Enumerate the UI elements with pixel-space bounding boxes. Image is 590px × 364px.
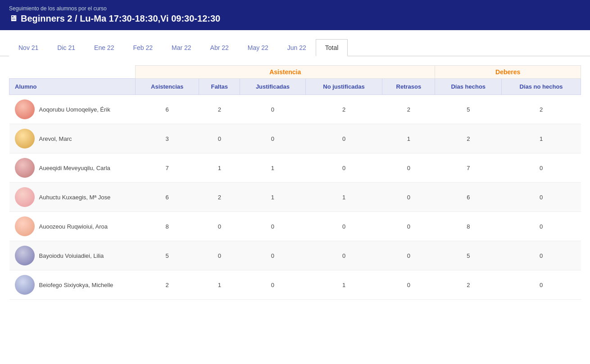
col-justificadas: Justificadas [240, 79, 306, 95]
cell-asistencias: 8 [136, 212, 199, 241]
cell-no-justificadas: 1 [305, 270, 382, 300]
cell-dias-hechos: 7 [435, 153, 502, 183]
student-name: Aueeqidi Meveyuqilu, Carla [39, 165, 110, 171]
tab-ene-22[interactable]: Ene 22 [85, 39, 123, 56]
col-dias-hechos: Días hechos [435, 79, 502, 95]
monitor-icon: 🖥 [9, 14, 17, 23]
cell-retrasos: 0 [382, 241, 435, 270]
alumno-cell: Auoozeou Ruqwioiui, Aroa [9, 212, 136, 241]
group-empty-cell [9, 66, 136, 79]
cell-faltas: 0 [199, 212, 240, 241]
cell-no-justificadas: 2 [305, 95, 382, 124]
col-dias-no-hechos: Días no hechos [502, 79, 581, 95]
cell-dias-no_hechos: 0 [502, 153, 581, 183]
table-row: Aueeqidi Meveyuqilu, Carla7110070 [9, 153, 581, 183]
cell-retrasos: 0 [382, 183, 435, 212]
cell-dias-hechos: 5 [435, 241, 502, 270]
cell-faltas: 1 [199, 270, 240, 300]
group-deberes-header: Deberes [435, 66, 581, 79]
avatar [15, 129, 35, 148]
cell-justificadas: 0 [240, 270, 306, 300]
cell-retrasos: 0 [382, 212, 435, 241]
cell-justificadas: 1 [240, 183, 306, 212]
cell-dias-no_hechos: 2 [502, 95, 581, 124]
tab-abr-22[interactable]: Abr 22 [201, 39, 238, 56]
cell-dias-hechos: 2 [435, 124, 502, 153]
table-row: Bayoiodu Voiuiadiei, Lilia5000050 [9, 241, 581, 270]
cell-no-justificadas: 1 [305, 183, 382, 212]
cell-dias-hechos: 5 [435, 95, 502, 124]
tab-jun-22[interactable]: Jun 22 [278, 39, 316, 56]
cell-asistencias: 7 [136, 153, 199, 183]
cell-retrasos: 2 [382, 95, 435, 124]
group-header-row: Asistencia Deberes [9, 66, 581, 79]
avatar [15, 99, 35, 119]
cell-dias-no_hechos: 1 [502, 124, 581, 153]
tab-mar-22[interactable]: Mar 22 [162, 39, 201, 56]
alumno-cell: Bayoiodu Voiuiadiei, Lilia [9, 241, 136, 270]
col-header-row: Alumno Asistencias Faltas Justificadas N… [9, 79, 581, 95]
cell-justificadas: 0 [240, 95, 306, 124]
avatar [15, 275, 35, 295]
cell-dias-hechos: 8 [435, 212, 502, 241]
student-name: Bayoiodu Voiuiadiei, Lilia [39, 252, 104, 259]
table-row: Auoozeou Ruqwioiui, Aroa8000080 [9, 212, 581, 241]
table-row: Auhuctu Kuxaegis, Mª Jose6211060 [9, 183, 581, 212]
avatar [15, 216, 35, 236]
alumno-cell: Arevol, Marc [9, 124, 136, 153]
cell-faltas: 0 [199, 124, 240, 153]
cell-faltas: 2 [199, 183, 240, 212]
alumno-cell: Aoqorubu Uomoqeliye, Érik [9, 95, 136, 124]
avatar [15, 187, 35, 207]
group-asistencia-header: Asistencia [136, 66, 435, 79]
table-row: Aoqorubu Uomoqeliye, Érik6202252 [9, 95, 581, 124]
cell-retrasos: 1 [382, 124, 435, 153]
cell-no-justificadas: 0 [305, 212, 382, 241]
tab-feb-22[interactable]: Feb 22 [123, 39, 162, 56]
col-no-justificadas: No justificadas [305, 79, 382, 95]
cell-no-justificadas: 0 [305, 124, 382, 153]
cell-retrasos: 0 [382, 270, 435, 300]
student-name: Auhuctu Kuxaegis, Mª Jose [39, 194, 111, 201]
col-retrasos: Retrasos [382, 79, 435, 95]
tab-may-22[interactable]: May 22 [238, 39, 278, 56]
cell-asistencias: 5 [136, 241, 199, 270]
cell-dias-no_hechos: 0 [502, 183, 581, 212]
cell-justificadas: 0 [240, 212, 306, 241]
cell-asistencias: 2 [136, 270, 199, 300]
col-alumno: Alumno [9, 79, 136, 95]
student-name: Auoozeou Ruqwioiui, Aroa [39, 223, 108, 230]
header-title: 🖥 Beginners 2 / Lu-Ma 17:30-18:30,Vi 09:… [9, 13, 581, 24]
tab-nov-21[interactable]: Nov 21 [9, 39, 48, 56]
student-name: Beiofego Sixiyokya, Michelle [39, 282, 113, 288]
cell-asistencias: 3 [136, 124, 199, 153]
table-row: Arevol, Marc3000121 [9, 124, 581, 153]
alumno-cell: Auhuctu Kuxaegis, Mª Jose [9, 183, 136, 212]
table-row: Beiofego Sixiyokya, Michelle2101020 [9, 270, 581, 300]
cell-faltas: 2 [199, 95, 240, 124]
table-container: Asistencia Deberes Alumno Asistencias Fa… [0, 56, 590, 309]
students-table: Asistencia Deberes Alumno Asistencias Fa… [9, 65, 581, 300]
tab-dic-21[interactable]: Dic 21 [48, 39, 85, 56]
student-name: Aoqorubu Uomoqeliye, Érik [39, 106, 110, 113]
tab-total[interactable]: Total [316, 39, 348, 56]
col-faltas: Faltas [199, 79, 240, 95]
cell-no-justificadas: 0 [305, 153, 382, 183]
cell-retrasos: 0 [382, 153, 435, 183]
cell-justificadas: 0 [240, 241, 306, 270]
avatar [15, 158, 35, 178]
page-header: Seguimiento de los alumnos por el curso … [0, 0, 590, 30]
col-asistencias: Asistencias [136, 79, 199, 95]
header-subtitle: Seguimiento de los alumnos por el curso [9, 5, 581, 12]
cell-asistencias: 6 [136, 183, 199, 212]
cell-no-justificadas: 0 [305, 241, 382, 270]
tabs-bar: Nov 21Dic 21Ene 22Feb 22Mar 22Abr 22May … [0, 39, 590, 56]
cell-dias-no_hechos: 0 [502, 270, 581, 300]
cell-asistencias: 6 [136, 95, 199, 124]
cell-dias-hechos: 6 [435, 183, 502, 212]
cell-dias-no_hechos: 0 [502, 241, 581, 270]
cell-faltas: 1 [199, 153, 240, 183]
student-name: Arevol, Marc [39, 135, 72, 142]
alumno-cell: Beiofego Sixiyokya, Michelle [9, 270, 136, 300]
cell-justificadas: 0 [240, 124, 306, 153]
